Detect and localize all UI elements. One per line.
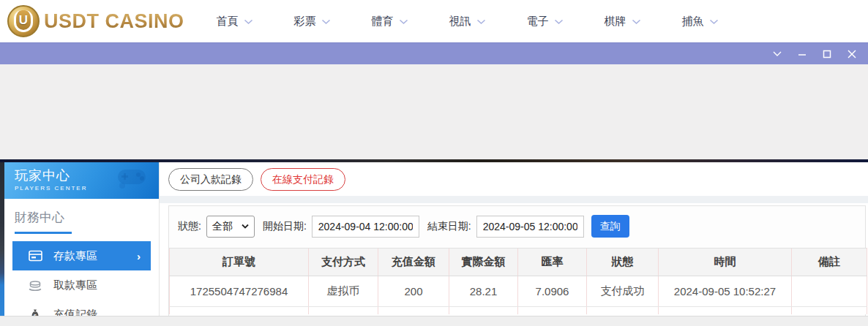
window-maximize-icon[interactable]: [821, 48, 833, 60]
sidebar: 玩家中心 PLAYERS CENTER 財務中心: [4, 162, 160, 316]
start-date-input[interactable]: [312, 216, 419, 238]
chevron-down-icon: [476, 19, 486, 25]
nav-item-label: 電子: [527, 15, 549, 29]
column-header-actual-amount: 實際金額: [449, 249, 518, 276]
chevron-down-icon: [321, 19, 331, 25]
deposit-card-icon: [28, 250, 42, 262]
section-underline: [15, 232, 72, 234]
bottom-strip: [0, 316, 868, 326]
sidebar-item-recharge-history[interactable]: $ 充值記錄: [12, 300, 151, 316]
window-title-bar: [0, 42, 868, 64]
column-header-payment-method: 支付方式: [309, 249, 378, 276]
tab-online-payment-records[interactable]: 在線支付記錄: [261, 168, 345, 191]
content: 公司入款記錄 在線支付記錄 狀態: 全部 開始日期: 結束日期: 查詢: [160, 162, 868, 316]
nav-item-label: 捕魚: [682, 15, 704, 29]
column-header-remark: 備註: [792, 249, 867, 276]
cell-payment-method: 虚拟币: [309, 276, 378, 307]
query-button[interactable]: 查詢: [591, 215, 629, 238]
separator-band: [160, 196, 868, 203]
sidebar-item-deposit[interactable]: 存款專區 ›: [12, 241, 151, 270]
select-chevron-icon: [242, 224, 249, 229]
chevron-right-icon: ›: [137, 250, 141, 262]
sidebar-item-label: 充值記錄: [53, 308, 97, 316]
chevron-down-icon: [244, 19, 253, 25]
sidebar-item-withdraw[interactable]: 取款專區: [12, 270, 151, 300]
status-label: 狀態:: [178, 220, 201, 233]
tab-company-deposit-records[interactable]: 公司入款記錄: [168, 168, 253, 191]
status-select-value: 全部: [212, 220, 233, 233]
brand-coin-icon: U: [7, 5, 40, 37]
window-controls: [771, 48, 858, 60]
gamepad-icon: [115, 165, 149, 193]
table-header-row: 訂單號 支付方式 充值金額 實際金額 匯率 狀態 時間 備註: [170, 249, 867, 276]
nav-item-label: 彩票: [294, 15, 316, 29]
sidebar-section-title: 財務中心: [4, 199, 159, 226]
column-header-recharge-amount: 充值金額: [378, 249, 449, 276]
nav-item-live[interactable]: 視訊: [449, 15, 486, 29]
filter-bar: 狀態: 全部 開始日期: 結束日期: 查詢: [169, 206, 865, 238]
nav-item-fishing[interactable]: 捕魚: [682, 15, 719, 29]
column-header-time: 時間: [659, 249, 792, 276]
chevron-down-icon: [632, 19, 641, 25]
cell-status: 支付成功: [587, 276, 659, 307]
nav-item-sports[interactable]: 體育: [372, 15, 408, 29]
table-row-stub: [170, 307, 867, 314]
nav-item-lottery[interactable]: 彩票: [294, 15, 331, 29]
cell-time: 2024-09-05 10:52:27: [659, 276, 792, 307]
cell-exchange-rate: 7.0906: [518, 276, 587, 307]
sidebar-menu: 存款專區 › 取款專區 $ 充值記錄: [4, 241, 159, 316]
nav-item-home[interactable]: 首頁: [217, 15, 253, 29]
nav-item-label: 視訊: [449, 15, 471, 29]
cell-order-no: 1725504747276984: [170, 276, 309, 307]
brand-name: USDT CASINO: [44, 10, 184, 33]
sidebar-header: 玩家中心 PLAYERS CENTER: [4, 162, 159, 199]
page: U USDT CASINO 首頁 彩票 體育 視訊 電子: [0, 0, 868, 326]
nav-item-cards[interactable]: 棋牌: [605, 15, 641, 29]
brand-logo[interactable]: U USDT CASINO: [7, 5, 184, 37]
nav-item-slots[interactable]: 電子: [527, 15, 564, 29]
chevron-down-icon: [399, 19, 408, 25]
records-panel: 狀態: 全部 開始日期: 結束日期: 查詢: [168, 205, 866, 316]
nav-item-label: 體育: [372, 15, 394, 29]
window-content-blank: [0, 64, 868, 159]
window-close-icon[interactable]: [846, 48, 858, 60]
withdraw-hand-icon: [28, 280, 42, 291]
window-collapse-icon[interactable]: [771, 48, 783, 60]
end-date-input[interactable]: [476, 216, 584, 238]
svg-text:$: $: [34, 313, 37, 316]
window-minimize-icon[interactable]: [796, 48, 808, 60]
column-header-exchange-rate: 匯率: [518, 249, 587, 276]
top-nav: U USDT CASINO 首頁 彩票 體育 視訊 電子: [0, 0, 868, 42]
column-header-status: 狀態: [587, 249, 659, 276]
cell-remark: [792, 276, 867, 307]
chevron-down-icon: [554, 19, 564, 25]
table-row: 1725504747276984 虚拟币 200 28.21 7.0906 支付…: [170, 276, 867, 307]
nav-item-label: 棋牌: [605, 15, 626, 29]
end-date-label: 結束日期:: [427, 220, 471, 233]
brand-coin-letter: U: [14, 10, 33, 32]
records-table: 訂單號 支付方式 充值金額 實際金額 匯率 狀態 時間 備註 172550474: [169, 248, 867, 314]
chevron-down-icon: [709, 19, 719, 25]
sidebar-item-label: 取款專區: [53, 278, 97, 292]
main-menu: 首頁 彩票 體育 視訊 電子 棋牌: [217, 15, 719, 29]
cell-recharge-amount: 200: [378, 276, 449, 307]
column-header-order-no: 訂單號: [170, 249, 309, 276]
money-bag-icon: $: [28, 308, 42, 316]
nav-item-label: 首頁: [217, 15, 239, 29]
sidebar-item-label: 存款專區: [53, 249, 97, 263]
cell-actual-amount: 28.21: [449, 276, 518, 307]
sidebar-section-label: 財務中心: [15, 211, 64, 224]
status-select[interactable]: 全部: [206, 216, 255, 238]
record-tabs: 公司入款記錄 在線支付記錄: [160, 162, 868, 191]
main-area: 玩家中心 PLAYERS CENTER 財務中心: [0, 162, 868, 316]
start-date-label: 開始日期:: [263, 220, 307, 233]
